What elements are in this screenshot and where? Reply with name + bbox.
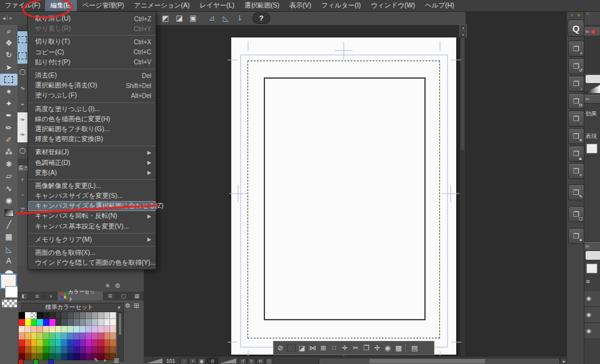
menu-item-copy[interactable]: コピー(C)Ctrl+C (28, 47, 156, 57)
color-swatch[interactable] (25, 326, 31, 333)
menu-item-paste[interactable]: 貼り付け(P)Ctrl+V (28, 57, 156, 67)
snap-grid-icon[interactable]: ⇂ (233, 12, 246, 24)
menu-file[interactable]: ファイル(F) (0, 0, 45, 11)
color-swatch[interactable] (19, 312, 25, 319)
brush-tool[interactable]: ✐ (0, 134, 18, 146)
reset-rotation-icon[interactable]: ⟲ (256, 358, 264, 364)
color-swatch[interactable] (56, 312, 62, 319)
tab-color-set[interactable]: カラーセット (58, 292, 104, 300)
material-folder-delete-button[interactable]: ❐✕ (568, 128, 584, 144)
color-swatch[interactable] (98, 312, 104, 319)
color-swatch[interactable] (68, 347, 74, 353)
color-swatch[interactable] (61, 340, 68, 347)
scale-rotate-icon[interactable]: ✢ (372, 343, 382, 353)
menu-view[interactable]: 表示(V) (284, 0, 316, 11)
subtool-rect-select[interactable] (18, 31, 28, 47)
color-swatch[interactable] (98, 319, 104, 326)
quick-color-chip[interactable] (33, 359, 39, 364)
menu-item-get-screen-color[interactable]: 画面の色を取得(X)... (28, 248, 156, 258)
color-swatch[interactable] (25, 340, 31, 347)
snap-ruler-icon[interactable]: ⊿ (206, 12, 218, 24)
color-swatch[interactable] (74, 340, 80, 347)
text-tool[interactable]: A (0, 255, 18, 267)
color-swatch[interactable] (86, 333, 92, 340)
color-swatch[interactable] (49, 333, 56, 340)
color-swatch[interactable] (74, 319, 80, 326)
tab-color-wheel[interactable]: ≣ (31, 292, 44, 300)
expand-left-icon[interactable]: ‹ (571, 12, 572, 18)
color-swatch[interactable] (25, 319, 31, 326)
subtool-box-icon[interactable]: ▫ (18, 187, 28, 202)
frame-border-tool[interactable]: ▦ (0, 231, 18, 243)
color-swatch[interactable] (68, 333, 74, 340)
color-swatch[interactable] (37, 319, 43, 326)
eyedropper-icon[interactable]: ✎ (94, 357, 99, 363)
color-swatch[interactable] (86, 340, 92, 347)
color-swatch[interactable] (49, 340, 56, 347)
material-folder-download-button[interactable]: ❐↓ (568, 76, 584, 92)
shrink-icon[interactable]: « (9, 15, 12, 22)
color-swatch[interactable] (19, 340, 25, 347)
color-swatch[interactable] (80, 319, 86, 326)
menu-item-convert-line-color[interactable]: 線の色を描画色に変更(H) (28, 114, 156, 124)
rotate-cw-icon[interactable]: ↻ (248, 358, 256, 364)
layer-row[interactable]: ◉ (584, 307, 600, 323)
deselect-icon[interactable]: ⊘ (275, 343, 286, 353)
color-swatch[interactable] (110, 340, 116, 347)
menu-item-tonal-correction[interactable]: 色調補正(D)▶ (28, 157, 156, 167)
color-swatch[interactable] (92, 326, 98, 333)
color-swatch[interactable] (86, 353, 92, 360)
menu-item-undo[interactable]: 取り消し(U)Ctrl+Z (28, 14, 156, 24)
color-swatch[interactable] (25, 312, 31, 319)
color-swatch[interactable] (92, 319, 98, 326)
color-swatch[interactable] (110, 347, 116, 353)
cut-paste-icon[interactable]: ✂ (350, 343, 361, 353)
airbrush-tool[interactable]: ⁂ (0, 146, 18, 158)
color-swatch[interactable] (86, 347, 92, 353)
color-swatch[interactable] (61, 333, 68, 340)
panel-button-fragment[interactable] (586, 75, 600, 83)
color-swatch[interactable] (80, 326, 86, 333)
subtool-a-icon[interactable]: ア (18, 202, 28, 217)
menu-item-change-canvas-settings[interactable]: キャンバス基本設定を変更(V)... (28, 222, 156, 232)
color-swatch[interactable] (86, 326, 92, 333)
blend-tool[interactable]: ∿ (0, 182, 18, 194)
fill-icon[interactable]: ◉ (382, 343, 393, 353)
menu-item-hide-window-get-color[interactable]: ウインドウを隠して画面の色を取得(Y)... (28, 258, 156, 268)
color-swatch[interactable] (31, 340, 38, 347)
tab-approx[interactable]: ▢ (117, 292, 130, 300)
menu-item-transform[interactable]: 変形(A)▶ (28, 168, 156, 178)
selection-tool[interactable] (0, 74, 18, 86)
color-swatch[interactable] (49, 312, 56, 319)
color-swatch[interactable] (43, 319, 49, 326)
subtool-rect-select-2[interactable] (18, 47, 28, 64)
color-swatch[interactable] (74, 326, 80, 333)
color-swatch[interactable] (92, 333, 98, 340)
menu-item-register-material[interactable]: 素材登録(J)▶ (28, 147, 156, 157)
menu-item-change-resolution[interactable]: 画像解像度を変更(L)... (28, 181, 156, 191)
tab-options[interactable]: ◧ (18, 292, 31, 300)
menu-item-cut[interactable]: 切り取り(T)Ctrl+X (28, 37, 156, 47)
menu-selection[interactable]: 選択範囲(S) (239, 0, 284, 11)
material-folder-3d-button[interactable]: ❐◻ (568, 206, 584, 222)
color-swatch[interactable] (74, 347, 80, 353)
menu-item-rotate-flip-canvas[interactable]: キャンバスを回転・反転(N)▶ (28, 211, 156, 221)
color-swatch[interactable] (104, 312, 111, 319)
color-swatch[interactable] (19, 347, 25, 353)
color-swatch[interactable] (98, 340, 104, 347)
copy-paste-icon[interactable]: ❐ (361, 343, 372, 353)
color-swatch[interactable] (92, 347, 98, 353)
color-swatch[interactable] (56, 347, 62, 353)
color-swatch[interactable] (25, 353, 31, 360)
move-tool[interactable]: ✥ (0, 37, 18, 49)
wrench-icon[interactable]: ⚙ (125, 302, 131, 309)
layer-panel-button[interactable] (586, 251, 600, 260)
zoom-slider[interactable] (146, 358, 162, 363)
material-folder-balloon-button[interactable]: ❐◌ (568, 111, 584, 127)
color-swatch[interactable] (80, 312, 86, 319)
menu-item-brightness-to-opacity[interactable]: 輝度を透明度に変換(B) (28, 134, 156, 144)
invert-selection-icon[interactable]: ◩ (159, 12, 172, 24)
material-folder-image-button[interactable]: ❐▲ (568, 145, 584, 162)
fill-tool[interactable]: ◉ (0, 194, 18, 206)
color-swatch[interactable] (31, 319, 38, 326)
